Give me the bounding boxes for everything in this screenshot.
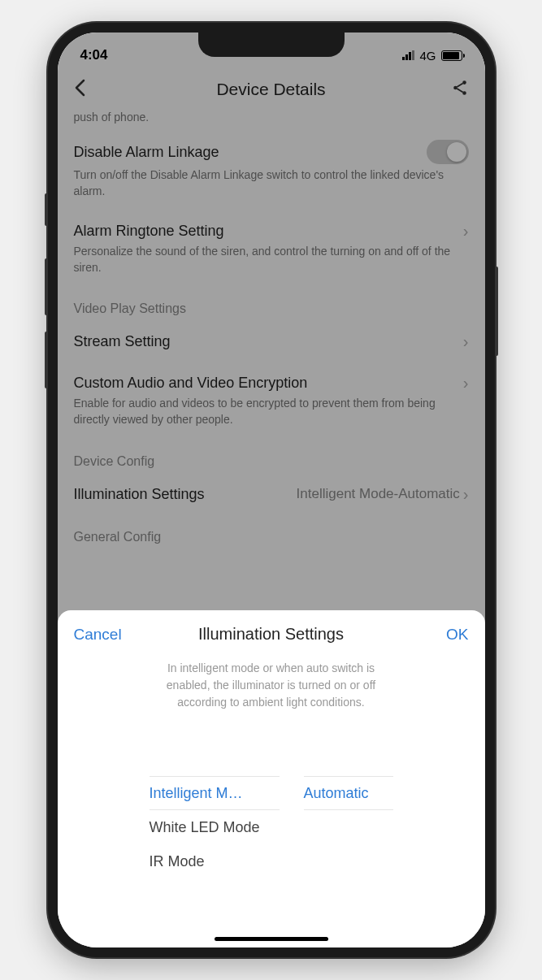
picker-column-mode[interactable]: Intelligent M… White LED Mode IR Mode (150, 776, 280, 878)
ok-button[interactable]: OK (412, 626, 469, 644)
side-button (495, 267, 498, 356)
cancel-button[interactable]: Cancel (74, 626, 131, 644)
side-button (45, 258, 48, 315)
sheet-description: In intelligent mode or when auto switch … (154, 660, 389, 711)
screen: 4:04 4G Device Details push of phone. (58, 33, 485, 947)
phone-frame: 4:04 4G Device Details push of phone. (48, 23, 495, 957)
picker-option[interactable]: IR Mode (150, 844, 280, 878)
side-button (45, 193, 48, 226)
side-button (45, 332, 48, 388)
picker-option[interactable]: White LED Mode (150, 810, 280, 844)
notch (198, 33, 345, 57)
picker-option-selected[interactable]: Intelligent M… (150, 776, 280, 810)
action-sheet: Cancel Illumination Settings OK In intel… (58, 610, 485, 947)
sheet-title: Illumination Settings (131, 625, 412, 644)
home-indicator[interactable] (215, 937, 328, 941)
picker[interactable]: Intelligent M… White LED Mode IR Mode Au… (74, 776, 469, 878)
picker-column-submode[interactable]: Automatic (304, 776, 393, 878)
picker-option-selected[interactable]: Automatic (304, 776, 393, 810)
